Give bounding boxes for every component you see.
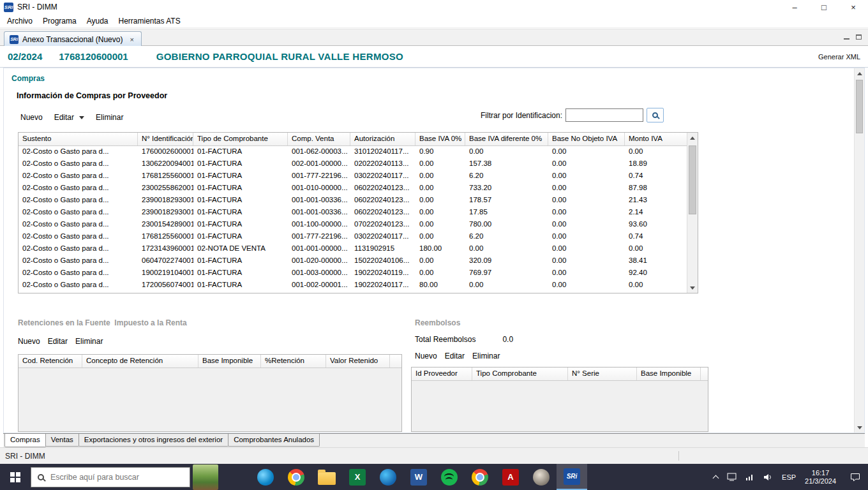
column-header-base-no-objeto-iva[interactable]: Base No Objeto IVA [548,133,625,145]
minimize-button[interactable]: – [780,0,809,14]
excel-icon: X [349,469,366,486]
cast-display-icon[interactable] [727,473,737,481]
column-header-n-identificaci-n[interactable]: N° Identificación [138,133,193,145]
scroll-down-icon[interactable] [687,283,698,293]
table-row[interactable]: 02-Costo o Gasto para d...17200560740010… [19,279,698,292]
table-row[interactable]: 02-Costo o Gasto para d...19002191040010… [19,267,698,279]
edge-icon-button[interactable] [250,464,281,490]
reembolsos-nuevo-button[interactable]: Nuevo [415,352,437,360]
close-button[interactable]: × [839,0,868,14]
column-header-tipo-comprobante[interactable]: Tipo Comprobante [472,368,568,380]
column-header-base-iva-0[interactable]: Base IVA 0% [415,133,465,145]
tray-expand-icon[interactable] [713,475,719,482]
language-indicator[interactable]: ESP [782,473,796,481]
column-header-monto-iva[interactable]: Monto IVA [625,133,687,145]
edge-icon-2-button[interactable] [373,464,403,490]
table-cell: 01-FACTURA [193,170,288,182]
gimp-icon-button[interactable] [526,464,557,490]
editar-button[interactable]: Editar [54,113,84,122]
table-row[interactable]: 02-Costo o Gasto para d...23002558620010… [19,182,698,195]
tab-ventas[interactable]: Ventas [45,434,79,447]
menu-herramientas-ats[interactable]: Herramientas ATS [114,15,186,27]
table-cell: 01-FACTURA [193,279,288,292]
start-button[interactable] [0,464,31,490]
photos-thumbnail-button[interactable] [190,464,221,490]
excel-icon-button[interactable]: X [342,464,373,490]
table-row[interactable]: 02-Costo o Gasto para d...17600026000010… [19,146,698,158]
maximize-button[interactable]: □ [809,0,839,14]
tab-close-icon[interactable]: × [128,35,135,44]
chrome-icon-2-button[interactable] [465,464,495,490]
search-button[interactable] [647,108,664,122]
compras-table-scrollbar[interactable] [687,133,698,293]
table-cell: 0.00 [465,146,548,158]
table-row[interactable]: 02-Costo o Gasto para d...17681255600010… [19,170,698,182]
word-icon-button[interactable]: W [403,464,434,490]
table-row[interactable]: 02-Costo o Gasto para d...23900182930010… [19,207,698,219]
maximize-view-icon[interactable] [856,34,862,40]
table-cell: 0.00 [415,182,465,195]
taskbar-search[interactable] [31,467,190,487]
retenciones-nuevo-button[interactable]: Nuevo [18,337,40,346]
table-row[interactable]: 02-Costo o Gasto para d...23900182930010… [19,195,698,207]
minimize-view-icon[interactable] [844,34,849,40]
reembolsos-editar-button[interactable]: Editar [445,352,465,360]
column-header-retenci-n[interactable]: %Retención [261,355,326,368]
table-row[interactable]: 02-Costo o Gasto para d...06047022740010… [19,255,698,267]
column-header-base-imponible[interactable]: Base Imponible [637,368,701,380]
action-center-icon[interactable] [850,473,860,482]
column-header-sustento[interactable]: Sustento [19,133,138,145]
total-reembolsos-value: 0.0 [502,335,513,344]
menu-programa[interactable]: Programa [38,15,82,27]
column-header-base-imponible[interactable]: Base Imponible [198,355,261,368]
tab-exportaciones-y-otros-ingresos-del-exterior[interactable]: Exportaciones y otros ingresos del exter… [79,434,228,447]
table-row[interactable]: 02-Costo o Gasto para d...13062200940010… [19,158,698,170]
column-header-autorizaci-n[interactable]: Autorización [350,133,415,145]
compras-toolbar: Nuevo Editar Eliminar [20,113,123,122]
filter-input[interactable] [565,108,643,122]
tab-comprobantes-anulados[interactable]: Comprobantes Anulados [228,434,320,447]
acrobat-icon-button[interactable]: A [495,464,526,490]
tab-anexo-transaccional[interactable]: SRi Anexo Transaccional (Nuevo) × [4,31,142,47]
table-cell: 01-FACTURA [193,231,288,243]
column-header-cod-retenci-n[interactable]: Cod. Retención [19,355,82,368]
page-scroll-up-icon[interactable] [855,68,864,78]
page-scrollbar[interactable] [854,68,864,433]
status-text: SRI - DIMM [5,452,45,461]
menu-ayuda[interactable]: Ayuda [82,15,114,27]
menu-archivo[interactable]: Archivo [2,15,38,27]
generar-xml-button[interactable]: Generar XML [818,53,860,61]
column-header-id-proveedor[interactable]: Id Proveedor [412,368,472,380]
spotify-icon-button[interactable] [434,464,465,490]
table-row[interactable]: 02-Costo o Gasto para d...23001542890010… [19,219,698,231]
table-row[interactable]: 02-Costo o Gasto para d...17231439600010… [19,243,698,255]
sri-icon-button[interactable]: SRi [557,464,587,490]
taskbar-clock[interactable]: 16:17 21/3/2024 [805,469,836,486]
column-header-comp-venta[interactable]: Comp. Venta [288,133,350,145]
retenciones-eliminar-button[interactable]: Eliminar [75,337,103,346]
column-header-valor-retenido[interactable]: Valor Retenido [326,355,390,368]
file-explorer-icon-button[interactable] [311,464,342,490]
page-scroll-thumb[interactable] [856,80,863,133]
table-cell: 0.00 [548,182,625,195]
nuevo-button[interactable]: Nuevo [20,113,43,122]
page-scroll-down-icon[interactable] [855,422,864,433]
tab-compras[interactable]: Compras [4,434,46,447]
chrome-icon-button[interactable] [281,464,311,490]
volume-icon[interactable] [763,473,773,481]
retenciones-table-body[interactable] [19,368,401,431]
column-header-tipo-de-comprobante[interactable]: Tipo de Comprobante [193,133,288,145]
taskbar-search-input[interactable] [49,472,170,482]
column-header-concepto-de-retenci-n[interactable]: Concepto de Retención [82,355,198,368]
column-header-n-serie[interactable]: N° Serie [568,368,637,380]
scroll-up-icon[interactable] [687,133,698,143]
retenciones-editar-button[interactable]: Editar [48,337,68,346]
table-cell: 2300154289001 [138,219,193,231]
scroll-thumb[interactable] [689,145,696,214]
column-header-base-iva-diferente-0[interactable]: Base IVA diferente 0% [465,133,548,145]
eliminar-button[interactable]: Eliminar [96,113,123,122]
reembolsos-table-body[interactable] [412,381,708,431]
network-icon[interactable] [745,473,754,481]
table-row[interactable]: 02-Costo o Gasto para d...17681255600010… [19,231,698,243]
reembolsos-eliminar-button[interactable]: Eliminar [472,352,500,360]
